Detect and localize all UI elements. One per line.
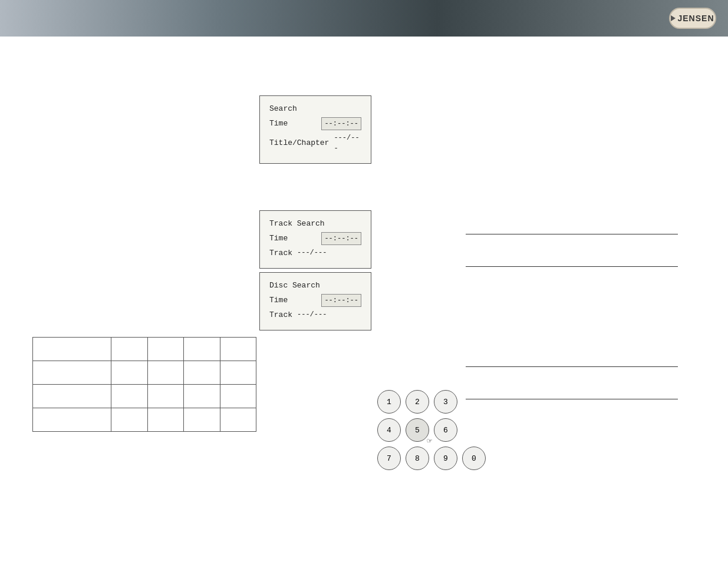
disc-time-value: --:--:-- [321,294,361,307]
disc-time-row: Time --:--:-- [269,294,361,307]
table-cell [33,385,111,408]
search-label: Search [269,103,297,115]
time-row: Time --:--:-- [269,117,361,130]
track-time-value: --:--:-- [321,232,361,245]
table-cell [184,361,220,385]
hline-1 [466,234,678,234]
search-box: Search Time --:--:-- Title/Chapter ---/-… [259,95,371,164]
table-cell [147,385,183,408]
numpad-btn-3[interactable]: 3 [434,390,457,414]
table-cell [111,338,147,361]
numpad-btn-2[interactable]: 2 [406,390,429,414]
logo-text: JENSEN [677,14,714,23]
numpad-btn-0[interactable]: 0 [462,447,486,470]
track-time-label: Time [269,233,288,244]
table-cell [33,338,111,361]
time-label: Time [269,118,288,130]
title-chapter-value: ---/--- [334,133,361,154]
table-cell [33,361,111,385]
table-cell [184,385,220,408]
title-chapter-row: Title/Chapter ---/--- [269,133,361,154]
table-area [32,337,256,432]
numpad-btn-6[interactable]: 6 [434,418,457,442]
track-search-title: Track Search [269,218,325,230]
hline-2 [466,266,678,267]
track-value: ---/--- [297,247,327,258]
track-label: Track [269,247,292,259]
numpad-btn-5[interactable]: 5☞ [406,418,429,442]
track-search-title-row: Track Search [269,218,361,230]
disc-search-title: Disc Search [269,280,320,292]
time-value: --:--:-- [321,117,361,130]
table-cell [111,361,147,385]
disc-track-row: Track ---/--- [269,309,361,321]
disc-time-label: Time [269,295,288,306]
track-search-box: Track Search Time --:--:-- Track ---/--- [259,210,371,269]
numpad-btn-7[interactable]: 7 [377,447,401,470]
disc-track-value: ---/--- [297,309,327,320]
table-cell [147,361,183,385]
table-cell [220,338,256,361]
jensen-logo: JENSEN [669,8,716,29]
table-cell [111,385,147,408]
table-cell [220,408,256,432]
table-cell [184,338,220,361]
hline-4 [466,399,678,399]
track-time-row: Time --:--:-- [269,232,361,245]
cursor-hand-icon: ☞ [427,436,432,446]
table-cell [184,408,220,432]
search-row: Search [269,103,361,115]
numpad-btn-9[interactable]: 9 [434,447,457,470]
numpad-btn-4[interactable]: 4 [377,418,401,442]
table-cell [33,408,111,432]
table-cell [220,361,256,385]
table-cell [111,408,147,432]
track-row: Track ---/--- [269,247,361,259]
numpad-btn-8[interactable]: 8 [406,447,429,470]
header-bar: JENSEN [0,0,728,37]
hline-3 [466,366,678,367]
table-cell [147,338,183,361]
disc-search-title-row: Disc Search [269,280,361,292]
data-table [32,337,256,432]
disc-track-label: Track [269,309,292,321]
table-cell [147,408,183,432]
numpad: 12345☞67890 [377,390,488,472]
numpad-btn-1[interactable]: 1 [377,390,401,414]
disc-search-box: Disc Search Time --:--:-- Track ---/--- [259,272,371,330]
title-chapter-label: Title/Chapter [269,137,329,149]
table-cell [220,385,256,408]
main-content: Search Time --:--:-- Title/Chapter ---/-… [0,37,728,562]
